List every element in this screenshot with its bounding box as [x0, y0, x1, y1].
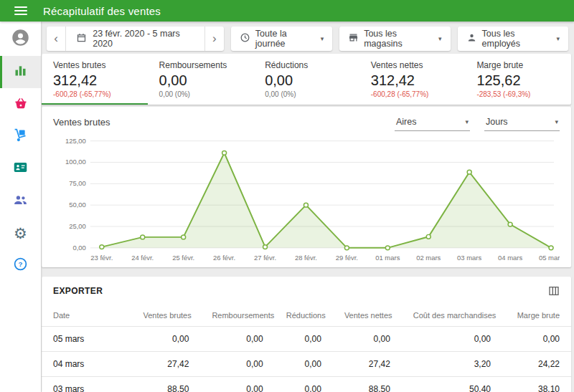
kpi-change: 0,00 (0%)	[159, 90, 243, 98]
chart-header: Ventes brutes Aires ▾ Jours ▾	[53, 114, 560, 131]
table-cell: 0,00	[275, 352, 333, 377]
table-cell: 0,00	[502, 327, 571, 352]
table-cell: 0,00	[200, 352, 274, 377]
next-period-button[interactable]: ›	[205, 27, 224, 51]
x-tick-label: 27 févr.	[254, 254, 276, 262]
sidebar-item-account[interactable]	[0, 21, 41, 56]
kpi-value: 0,00	[159, 72, 243, 89]
contact-card-icon	[13, 160, 28, 178]
table-cell: 88,50	[333, 377, 402, 392]
table-cell: 05 mars	[42, 327, 131, 352]
chart-period-select[interactable]: Jours ▾	[484, 114, 560, 131]
y-tick-label: 75,00	[69, 180, 86, 187]
y-tick-label: 0,00	[72, 244, 85, 252]
data-point-marker	[100, 245, 104, 249]
data-point-marker	[141, 235, 145, 239]
chevron-down-icon: ▾	[555, 118, 558, 125]
column-header: Marge brute	[502, 305, 571, 327]
time-filter-button[interactable]: Toute la journée ▾	[231, 27, 332, 51]
data-point-marker	[385, 246, 390, 250]
data-point-marker	[549, 246, 553, 250]
table-header: EXPORTER	[42, 277, 571, 305]
sidebar-item-employees[interactable]	[0, 185, 41, 217]
filters-toolbar: ‹ 23 févr. 2020 - 5 mars 2020 › Toute la…	[47, 27, 568, 51]
data-point-marker	[222, 150, 227, 155]
sidebar-item-reports[interactable]	[0, 56, 41, 88]
column-header: Réductions	[275, 305, 333, 327]
chart-type-select[interactable]: Aires ▾	[395, 114, 470, 131]
table-cell: 27,42	[333, 352, 402, 377]
store-icon	[348, 32, 359, 45]
x-tick-label: 29 févr.	[336, 254, 358, 262]
main-content: ‹ 23 févr. 2020 - 5 mars 2020 › Toute la…	[41, 21, 574, 392]
sidebar-item-inventory[interactable]	[0, 120, 41, 153]
app-window: Récapitulatif des ventes	[0, 0, 574, 392]
table-row: 04 mars27,420,000,0027,423,2024,22	[42, 352, 571, 377]
stores-filter-button[interactable]: Tous les magasins ▾	[339, 27, 450, 51]
sidebar-nav: ⚙ ?	[0, 21, 41, 392]
date-range-control: ‹ 23 févr. 2020 - 5 mars 2020 ›	[47, 27, 224, 51]
table-header-row: DateVentes brutesRemboursementsRéduction…	[42, 305, 571, 327]
hand-truck-icon	[13, 128, 28, 145]
export-button[interactable]: EXPORTER	[53, 286, 103, 296]
kpi-tab-reductions[interactable]: Réductions 0,00 0,00 (0%)	[253, 54, 359, 105]
kpi-tab-ventes-brutes[interactable]: Ventes brutes 312,42 -600,28 (-65,77%)	[42, 54, 148, 105]
previous-period-button[interactable]: ‹	[47, 27, 65, 51]
sidebar-item-settings[interactable]: ⚙	[0, 217, 41, 249]
kpi-label: Remboursements	[159, 60, 243, 70]
people-icon	[13, 192, 28, 210]
stores-filter-label: Tous les magasins	[364, 29, 432, 49]
clock-icon	[240, 32, 250, 45]
x-tick-label: 24 févr.	[131, 254, 154, 262]
kpi-tab-marge-brute[interactable]: Marge brute 125,62 -283,53 (-69,3%)	[465, 54, 571, 105]
sales-chart-card: Ventes brutes Aires ▾ Jours ▾ 0,0025,005…	[42, 107, 571, 267]
data-point-marker	[344, 246, 349, 250]
table-cell: 04 mars	[42, 352, 131, 377]
sidebar-item-items[interactable]	[0, 88, 41, 120]
help-icon: ?	[13, 257, 28, 274]
kpi-label: Marge brute	[476, 60, 560, 70]
time-filter-label: Toute la journée	[255, 29, 314, 49]
table-cell: 0,00	[275, 377, 333, 392]
x-tick-label: 25 févr.	[172, 254, 194, 262]
employees-filter-label: Tous les employés	[482, 29, 550, 49]
kpi-tab-ventes-nettes[interactable]: Ventes nettes 312,42 -600,28 (-65,77%)	[359, 54, 466, 105]
page-title: Récapitulatif des ventes	[43, 5, 161, 17]
table-cell: 50,40	[402, 377, 502, 392]
table-cell: 0,00	[200, 327, 274, 352]
date-range-button[interactable]: 23 févr. 2020 - 5 mars 2020	[65, 27, 204, 51]
column-header: Ventes nettes	[333, 305, 402, 327]
chart-area	[102, 153, 551, 247]
x-tick-label: 01 mars	[375, 254, 400, 262]
columns-icon[interactable]	[548, 285, 560, 297]
kpi-summary-card: Ventes brutes 312,42 -600,28 (-65,77%) R…	[42, 54, 571, 105]
employees-filter-button[interactable]: Tous les employés ▾	[458, 27, 568, 51]
hamburger-menu-icon[interactable]	[14, 6, 27, 15]
chevron-down-icon: ▾	[321, 35, 324, 42]
table-cell: 0,00	[131, 327, 200, 352]
kpi-label: Ventes brutes	[53, 60, 136, 70]
x-tick-label: 03 mars	[457, 254, 482, 262]
x-tick-label: 28 févr.	[295, 254, 317, 262]
column-header: Coût des marchandises	[402, 305, 502, 327]
column-header: Date	[42, 305, 131, 327]
shopping-basket-icon	[14, 96, 28, 113]
table-body: 05 mars0,000,000,000,000,000,0004 mars27…	[42, 327, 571, 392]
person-icon	[466, 32, 477, 45]
table-cell: 0,00	[402, 327, 502, 352]
sidebar-item-help[interactable]: ?	[0, 249, 41, 282]
kpi-change: -600,28 (-65,77%)	[53, 90, 136, 98]
data-point-marker	[426, 234, 430, 239]
table-cell: 27,42	[131, 352, 200, 377]
column-header: Ventes brutes	[131, 305, 200, 327]
sales-table: DateVentes brutesRemboursementsRéduction…	[42, 305, 571, 392]
kpi-tab-remboursements[interactable]: Remboursements 0,00 0,00 (0%)	[148, 54, 254, 105]
svg-text:?: ?	[19, 260, 23, 268]
table-cell: 0,00	[275, 327, 333, 352]
calendar-icon	[76, 32, 87, 45]
chevron-down-icon: ▾	[556, 35, 560, 42]
y-tick-label: 50,00	[69, 201, 86, 209]
sidebar-item-customers[interactable]	[0, 153, 41, 185]
data-point-marker	[508, 222, 512, 226]
kpi-value: 0,00	[265, 72, 348, 89]
